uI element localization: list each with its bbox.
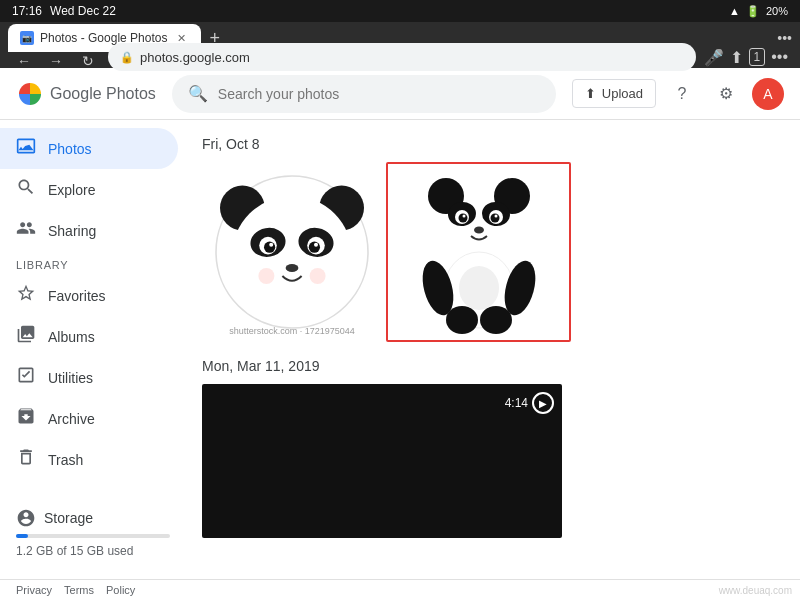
- storage-section: Storage 1.2 GB of 15 GB used: [0, 496, 186, 570]
- sidebar-item-trash[interactable]: Trash: [0, 439, 178, 480]
- status-date: Wed Dec 22: [50, 4, 116, 18]
- sidebar-item-utilities[interactable]: Utilities: [0, 357, 178, 398]
- logo-text: Google Photos: [50, 85, 156, 103]
- sidebar-label-sharing: Sharing: [48, 223, 96, 239]
- app-container: Google Photos 🔍 ⬆ Upload ? ⚙ A Photos: [0, 68, 800, 600]
- sidebar-label-utilities: Utilities: [48, 370, 93, 386]
- page-watermark: www.deuaq.com: [719, 585, 792, 596]
- svg-point-26: [474, 227, 484, 234]
- albums-icon: [16, 324, 36, 349]
- battery-icon: 🔋: [746, 5, 760, 18]
- sidebar-item-favorites[interactable]: Favorites: [0, 275, 178, 316]
- footer-policy-link[interactable]: Policy: [106, 584, 135, 596]
- google-photos-logo: Google Photos: [16, 80, 156, 108]
- sidebar-item-archive[interactable]: Archive: [0, 398, 178, 439]
- photos-icon: [16, 136, 36, 161]
- panda-face-image: shutterstock.com · 1721975044: [202, 162, 382, 342]
- svg-point-22: [458, 214, 467, 223]
- svg-point-32: [459, 266, 499, 310]
- footer: Privacy Terms Policy www.deuaq.com: [0, 579, 800, 600]
- panda-body-svg: [404, 168, 554, 336]
- library-section-label: LIBRARY: [0, 251, 186, 275]
- storage-bar-background: [16, 534, 170, 538]
- battery-level: 20%: [766, 5, 788, 17]
- svg-point-8: [264, 242, 275, 253]
- watermark-text: shutterstock.com · 1721975044: [202, 326, 382, 336]
- sidebar-label-trash: Trash: [48, 452, 83, 468]
- footer-terms-link[interactable]: Terms: [64, 584, 94, 596]
- trash-icon: [16, 447, 36, 472]
- lock-icon: 🔒: [120, 51, 134, 64]
- svg-point-30: [446, 306, 478, 334]
- sidebar: Photos Explore Sharing LIBRARY Favorite: [0, 120, 186, 579]
- play-icon: ▶: [532, 392, 554, 414]
- utilities-icon: [16, 365, 36, 390]
- header-actions: ⬆ Upload ? ⚙ A: [572, 76, 784, 112]
- tab-overview-icon[interactable]: 1: [749, 48, 766, 66]
- upload-label: Upload: [602, 86, 643, 101]
- share-icon[interactable]: ⬆: [730, 48, 743, 67]
- nav-bar: ← → ↻ 🔒 photos.google.com 🎤 ⬆ 1 •••: [0, 54, 800, 68]
- browser-overflow-icon[interactable]: •••: [771, 48, 788, 66]
- avatar[interactable]: A: [752, 78, 784, 110]
- sidebar-item-sharing[interactable]: Sharing: [0, 210, 178, 251]
- sidebar-label-albums: Albums: [48, 329, 95, 345]
- date-header-oct8: Fri, Oct 8: [202, 136, 784, 152]
- sidebar-item-explore[interactable]: Explore: [0, 169, 178, 210]
- date-header-mar11: Mon, Mar 11, 2019: [202, 358, 784, 374]
- video-time: 4:14: [505, 396, 528, 410]
- photo-grid-oct8: shutterstock.com · 1721975044: [202, 162, 784, 342]
- sidebar-label-photos: Photos: [48, 141, 92, 157]
- browser-chrome: 📷 Photos - Google Photos ✕ + ••• ← → ↻ 🔒…: [0, 22, 800, 68]
- sidebar-label-favorites: Favorites: [48, 288, 106, 304]
- favorites-icon: [16, 283, 36, 308]
- storage-bar-fill: [16, 534, 28, 538]
- photos-area: Fri, Oct 8: [186, 120, 800, 579]
- svg-point-11: [314, 243, 318, 247]
- upload-icon: ⬆: [585, 86, 596, 101]
- app-header: Google Photos 🔍 ⬆ Upload ? ⚙ A: [0, 68, 800, 120]
- panda-body-image: [388, 164, 569, 340]
- svg-point-23: [490, 214, 499, 223]
- svg-point-14: [310, 268, 326, 284]
- address-bar[interactable]: 🔒 photos.google.com: [108, 43, 696, 71]
- footer-privacy-link[interactable]: Privacy: [16, 584, 52, 596]
- video-thumbnail[interactable]: 4:14 ▶: [202, 384, 562, 538]
- video-duration: 4:14 ▶: [505, 392, 554, 414]
- browser-menu-icon[interactable]: •••: [777, 30, 792, 46]
- svg-point-13: [258, 268, 274, 284]
- url-display: photos.google.com: [140, 50, 250, 65]
- status-time: 17:16: [12, 4, 42, 18]
- svg-point-25: [494, 215, 497, 218]
- explore-icon: [16, 177, 36, 202]
- status-bar: 17:16 Wed Dec 22 ▲ 🔋 20%: [0, 0, 800, 22]
- svg-point-24: [462, 215, 465, 218]
- main-content: Photos Explore Sharing LIBRARY Favorite: [0, 120, 800, 579]
- svg-point-31: [480, 306, 512, 334]
- storage-used-text: 1.2 GB of 15 GB used: [16, 544, 170, 558]
- logo-icon: [16, 80, 44, 108]
- sidebar-label-explore: Explore: [48, 182, 95, 198]
- sidebar-item-photos[interactable]: Photos: [0, 128, 178, 169]
- photo-panda-face[interactable]: shutterstock.com · 1721975044: [202, 162, 382, 342]
- wifi-icon: ▲: [729, 5, 740, 17]
- sharing-icon: [16, 218, 36, 243]
- svg-point-3: [232, 196, 352, 316]
- search-bar[interactable]: 🔍: [172, 75, 556, 113]
- search-input[interactable]: [218, 86, 540, 102]
- sidebar-item-albums[interactable]: Albums: [0, 316, 178, 357]
- help-button[interactable]: ?: [664, 76, 700, 112]
- photo-panda-body[interactable]: [386, 162, 571, 342]
- settings-button[interactable]: ⚙: [708, 76, 744, 112]
- upload-button[interactable]: ⬆ Upload: [572, 79, 656, 108]
- svg-point-12: [286, 264, 299, 272]
- svg-point-10: [269, 243, 273, 247]
- tab-favicon: 📷: [20, 31, 34, 45]
- sidebar-label-archive: Archive: [48, 411, 95, 427]
- storage-icon: [16, 508, 36, 528]
- panda-face-svg: [212, 172, 372, 332]
- storage-label: Storage: [44, 510, 93, 526]
- search-icon: 🔍: [188, 84, 208, 103]
- microphone-icon[interactable]: 🎤: [704, 48, 724, 67]
- svg-point-9: [309, 242, 320, 253]
